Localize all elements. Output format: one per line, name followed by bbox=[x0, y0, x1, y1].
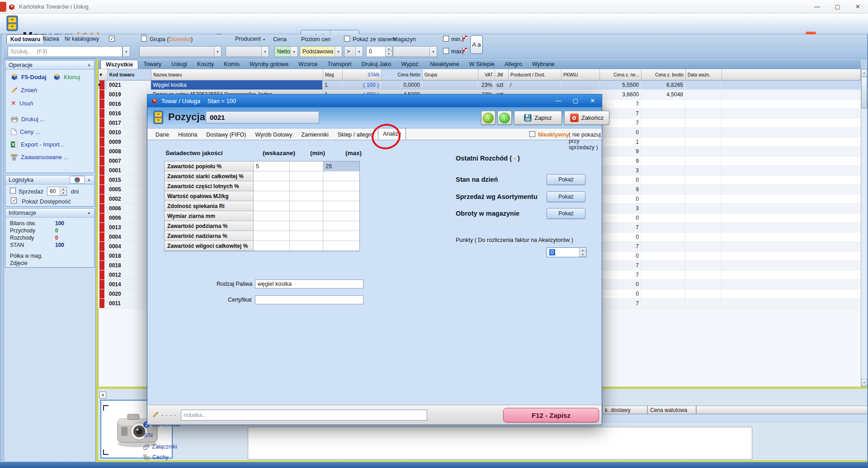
netto-select[interactable]: Netto▼ bbox=[274, 46, 298, 57]
dialog-tab[interactable]: Sklep / allegro bbox=[333, 129, 378, 140]
scrollbar-thumb[interactable] bbox=[861, 77, 867, 109]
nav-previous-button[interactable]: ↑ bbox=[481, 111, 495, 125]
column-header[interactable]: Cena Netto bbox=[382, 69, 423, 80]
show-sales-button[interactable]: Pokaż bbox=[547, 191, 585, 202]
column-header[interactable]: Producent / Dost. bbox=[509, 69, 561, 80]
delete-button[interactable]: ✕ Usuń bbox=[11, 99, 33, 107]
collapse-icon[interactable]: ▲ bbox=[87, 63, 91, 67]
window-maximize-button[interactable]: ▢ bbox=[827, 0, 848, 13]
quality-wskazane-cell[interactable] bbox=[254, 211, 290, 221]
column-header[interactable]: Kod towaru bbox=[108, 69, 151, 80]
quality-min-cell[interactable] bbox=[290, 161, 324, 171]
table-tab[interactable]: Koszty bbox=[192, 60, 219, 69]
quality-wskazane-cell[interactable]: 5 bbox=[254, 161, 290, 171]
availability-checkbox[interactable]: ✓ bbox=[11, 198, 17, 203]
serial-numbers-button[interactable]: S/N bbox=[143, 432, 153, 439]
show-stock-button[interactable]: Pokaż bbox=[547, 174, 585, 185]
table-scrollbar[interactable]: ▲ ▼ bbox=[861, 69, 868, 387]
table-tab[interactable]: Wszystkie bbox=[100, 60, 138, 69]
column-header[interactable] bbox=[722, 69, 860, 80]
warehouse-select[interactable]: ▼ bbox=[393, 46, 437, 57]
export-import-button[interactable]: Export - Import... bbox=[11, 141, 65, 148]
table-tab[interactable]: Usługi bbox=[166, 60, 192, 69]
dialog-tab[interactable]: Dostawy (FIFO) bbox=[202, 129, 250, 140]
stock-threshold-stepper[interactable]: 0▲▼ bbox=[366, 46, 392, 57]
dialog-tab[interactable]: Wyrób Gotowy bbox=[250, 129, 297, 140]
search-mode-checkbox[interactable]: ✓ bbox=[109, 36, 115, 42]
window-close-button[interactable]: ✕ bbox=[848, 0, 868, 13]
print-button[interactable]: Drukuj ... bbox=[11, 116, 45, 123]
dialog-tab[interactable]: Historia bbox=[174, 129, 202, 140]
fuel-type-input[interactable]: węgiel kostka bbox=[255, 279, 363, 288]
table-tab[interactable]: W Sklepie bbox=[464, 60, 500, 69]
features-button[interactable]: Cechy bbox=[143, 454, 168, 460]
column-header[interactable]: Cena z. ne... bbox=[600, 69, 642, 80]
edit-button[interactable]: Zmień bbox=[11, 87, 37, 94]
column-header[interactable]: Mag bbox=[323, 69, 343, 80]
quality-max-cell[interactable] bbox=[323, 211, 359, 221]
min-checkbox[interactable] bbox=[443, 36, 449, 42]
add-button[interactable]: F5-Dodaj bbox=[11, 73, 47, 80]
show-with-stock-checkbox[interactable] bbox=[344, 36, 350, 42]
table-tab[interactable]: Towary bbox=[138, 60, 166, 69]
max-checkbox[interactable] bbox=[443, 48, 449, 54]
advanced-button[interactable]: Zaawansowane ... bbox=[11, 154, 69, 161]
table-tab[interactable]: Nieaktywne bbox=[425, 60, 464, 69]
column-header[interactable]: Data ważn. bbox=[686, 69, 722, 80]
quality-wskazane-cell[interactable] bbox=[254, 241, 290, 251]
table-tab[interactable]: Wybrane bbox=[527, 60, 560, 69]
prices-button[interactable]: Ceny ... bbox=[11, 128, 40, 135]
quality-max-cell[interactable] bbox=[323, 231, 359, 241]
sale-checkbox[interactable] bbox=[10, 188, 16, 194]
close-dialog-button[interactable]: Zakończ bbox=[564, 111, 609, 125]
group-checkbox[interactable] bbox=[141, 36, 147, 42]
sale-days-stepper[interactable]: 60▲▼ bbox=[47, 187, 67, 196]
producer-label[interactable]: Producent ▼ bbox=[235, 36, 265, 42]
info-panel-header[interactable]: Informacje▲ bbox=[5, 208, 94, 217]
price-level-select[interactable]: Podstawowa▼ bbox=[300, 46, 342, 57]
note-input[interactable] bbox=[181, 410, 427, 421]
dialog-minimize-button[interactable]: — bbox=[549, 95, 567, 107]
table-tab[interactable]: Wyroby gotowe bbox=[245, 60, 293, 69]
quality-max-cell[interactable]: 25 bbox=[323, 161, 359, 171]
inactive-checkbox[interactable] bbox=[529, 131, 535, 137]
currency-column-header[interactable]: Cena walutowa bbox=[647, 406, 696, 414]
quality-max-cell[interactable] bbox=[323, 181, 359, 191]
quality-min-cell[interactable] bbox=[290, 241, 324, 251]
column-header[interactable]: STAN bbox=[343, 69, 382, 80]
quality-min-cell[interactable] bbox=[290, 171, 324, 181]
table-tab[interactable]: Wypoż. bbox=[396, 60, 425, 69]
nav-next-button[interactable]: ↓ bbox=[497, 111, 512, 125]
logistics-panel-header[interactable]: Logistyka ▲ bbox=[5, 175, 94, 184]
quality-wskazane-cell[interactable] bbox=[254, 181, 290, 191]
show-turnover-button[interactable]: Pokaż bbox=[547, 208, 585, 219]
position-input[interactable]: 0021 bbox=[206, 111, 319, 123]
attachments-button[interactable]: Załączniki bbox=[143, 443, 177, 450]
column-header[interactable]: VAT bbox=[478, 69, 495, 80]
case-sensitivity-button[interactable]: A a bbox=[470, 35, 483, 54]
notes-panel[interactable] bbox=[248, 427, 752, 459]
expand-photo-button[interactable]: + bbox=[99, 392, 106, 398]
operations-panel-header[interactable]: Operacje▲ bbox=[5, 61, 94, 70]
table-tab[interactable]: Wzorce bbox=[293, 60, 322, 69]
column-header[interactable]: JM bbox=[495, 69, 509, 80]
quality-wskazane-cell[interactable] bbox=[254, 231, 290, 241]
column-header[interactable]: ▼ bbox=[99, 69, 108, 80]
search-by-catalog-tab[interactable]: Nr katalogowy bbox=[61, 34, 103, 43]
quality-min-cell[interactable] bbox=[290, 231, 324, 241]
certificate-input[interactable] bbox=[255, 295, 363, 304]
table-tab[interactable]: Allegro bbox=[500, 60, 527, 69]
dialog-close-button[interactable]: ✕ bbox=[584, 95, 602, 107]
scroll-down-icon[interactable]: ▼ bbox=[861, 379, 867, 386]
table-tab[interactable]: Drukuj Jako bbox=[357, 60, 396, 69]
quality-min-cell[interactable] bbox=[290, 221, 324, 231]
column-header[interactable]: Grupa bbox=[423, 69, 478, 80]
quality-min-cell[interactable] bbox=[290, 211, 324, 221]
delivery-column-header[interactable]: k. dostawy bbox=[602, 406, 647, 414]
quality-max-cell[interactable] bbox=[323, 171, 359, 181]
table-tab[interactable]: Transport bbox=[322, 60, 356, 69]
pie-chart-button[interactable] bbox=[70, 176, 85, 184]
quality-min-cell[interactable] bbox=[290, 201, 324, 211]
collapse-icon[interactable]: ▲ bbox=[87, 178, 91, 182]
column-header[interactable]: Nazwa towaru bbox=[151, 69, 323, 80]
